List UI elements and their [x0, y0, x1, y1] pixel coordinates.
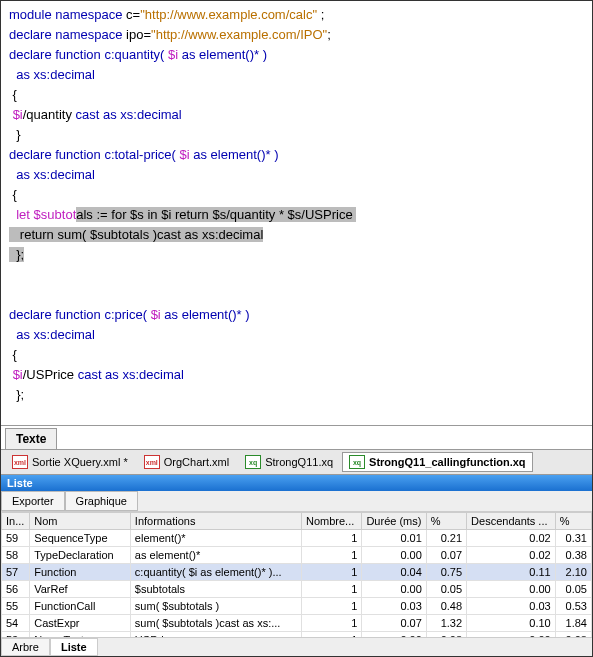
cell-pct: 0.07: [426, 547, 466, 564]
col-pct[interactable]: %: [426, 513, 466, 530]
editor-tabbar: Texte: [1, 426, 592, 450]
xq-icon: xq: [349, 455, 365, 469]
cell-duration: 0.00: [362, 581, 426, 598]
cell-descendants: 0.10: [467, 615, 556, 632]
cell-pct: 0.21: [426, 530, 466, 547]
file-tab[interactable]: xqStrongQ11_callingfunction.xq: [342, 452, 532, 472]
cell-index: 55: [2, 598, 30, 615]
panel-toolbar: Exporter Graphique: [1, 491, 592, 512]
cell-name: FunctionCall: [30, 598, 131, 615]
cell-pct: 1.32: [426, 615, 466, 632]
col-info[interactable]: Informations: [130, 513, 301, 530]
col-descendants[interactable]: Descendants ...: [467, 513, 556, 530]
cell-pct2: 0.31: [555, 530, 591, 547]
cell-info: element()*: [130, 530, 301, 547]
bottom-tabbar: Arbre Liste: [1, 637, 592, 656]
cell-descendants: 0.02: [467, 547, 556, 564]
cell-name: CastExpr: [30, 615, 131, 632]
cell-name: TypeDeclaration: [30, 547, 131, 564]
cell-name: Function: [30, 564, 131, 581]
cell-count: 1: [302, 615, 362, 632]
cell-info: sum( $subtotals ): [130, 598, 301, 615]
file-tab[interactable]: xmlOrgChart.xml: [137, 452, 236, 472]
cell-info: $subtotals: [130, 581, 301, 598]
table-row[interactable]: 59SequenceTypeelement()*10.010.210.020.3…: [2, 530, 592, 547]
col-index[interactable]: In...: [2, 513, 30, 530]
file-tab-label: StrongQ11.xq: [265, 456, 333, 468]
xq-icon: xq: [245, 455, 261, 469]
cell-info: sum( $subtotals )cast as xs:...: [130, 615, 301, 632]
cell-pct: 0.05: [426, 581, 466, 598]
cell-name: SequenceType: [30, 530, 131, 547]
cell-info: as element()*: [130, 547, 301, 564]
file-tab-label: StrongQ11_callingfunction.xq: [369, 456, 525, 468]
cell-pct2: 2.10: [555, 564, 591, 581]
table-row[interactable]: 57Functionc:quantity( $i as element()* )…: [2, 564, 592, 581]
cell-index: 54: [2, 615, 30, 632]
cell-count: 1: [302, 598, 362, 615]
tab-liste[interactable]: Liste: [50, 638, 98, 656]
cell-pct: 0.48: [426, 598, 466, 615]
tab-texte[interactable]: Texte: [5, 428, 57, 449]
file-tab[interactable]: xqStrongQ11.xq: [238, 452, 340, 472]
table-row[interactable]: 56VarRef$subtotals10.000.050.000.05: [2, 581, 592, 598]
cell-info: c:quantity( $i as element()* )...: [130, 564, 301, 581]
file-tab-label: OrgChart.xml: [164, 456, 229, 468]
table-row[interactable]: 58TypeDeclarationas element()*10.000.070…: [2, 547, 592, 564]
cell-descendants: 0.00: [467, 581, 556, 598]
code-editor[interactable]: module namespace c="http://www.example.c…: [1, 1, 592, 426]
cell-pct: 0.75: [426, 564, 466, 581]
cell-count: 1: [302, 530, 362, 547]
cell-count: 1: [302, 581, 362, 598]
cell-pct2: 0.53: [555, 598, 591, 615]
col-count[interactable]: Nombre...: [302, 513, 362, 530]
cell-descendants: 0.11: [467, 564, 556, 581]
cell-index: 58: [2, 547, 30, 564]
cell-pct2: 0.38: [555, 547, 591, 564]
export-button[interactable]: Exporter: [1, 491, 65, 511]
cell-index: 56: [2, 581, 30, 598]
xml-icon: xml: [144, 455, 160, 469]
cell-count: 1: [302, 547, 362, 564]
cell-count: 1: [302, 564, 362, 581]
cell-pct2: 0.05: [555, 581, 591, 598]
table-row[interactable]: 54CastExprsum( $subtotals )cast as xs:..…: [2, 615, 592, 632]
tab-arbre[interactable]: Arbre: [1, 638, 50, 656]
cell-duration: 0.00: [362, 547, 426, 564]
cell-name: VarRef: [30, 581, 131, 598]
cell-descendants: 0.03: [467, 598, 556, 615]
cell-index: 59: [2, 530, 30, 547]
table-row[interactable]: 55FunctionCallsum( $subtotals )10.030.48…: [2, 598, 592, 615]
file-tab[interactable]: xmlSortie XQuery.xml *: [5, 452, 135, 472]
col-pct2[interactable]: %: [555, 513, 591, 530]
cell-pct2: 1.84: [555, 615, 591, 632]
file-tab-label: Sortie XQuery.xml *: [32, 456, 128, 468]
col-name[interactable]: Nom: [30, 513, 131, 530]
cell-duration: 0.07: [362, 615, 426, 632]
cell-duration: 0.01: [362, 530, 426, 547]
cell-index: 57: [2, 564, 30, 581]
xml-icon: xml: [12, 455, 28, 469]
chart-button[interactable]: Graphique: [65, 491, 138, 511]
panel-title: Liste: [1, 475, 592, 491]
col-duration[interactable]: Durée (ms): [362, 513, 426, 530]
results-grid[interactable]: In... Nom Informations Nombre... Durée (…: [1, 512, 592, 637]
cell-descendants: 0.02: [467, 530, 556, 547]
file-tabbar: xmlSortie XQuery.xml *xmlOrgChart.xmlxqS…: [1, 450, 592, 475]
cell-duration: 0.04: [362, 564, 426, 581]
cell-duration: 0.03: [362, 598, 426, 615]
